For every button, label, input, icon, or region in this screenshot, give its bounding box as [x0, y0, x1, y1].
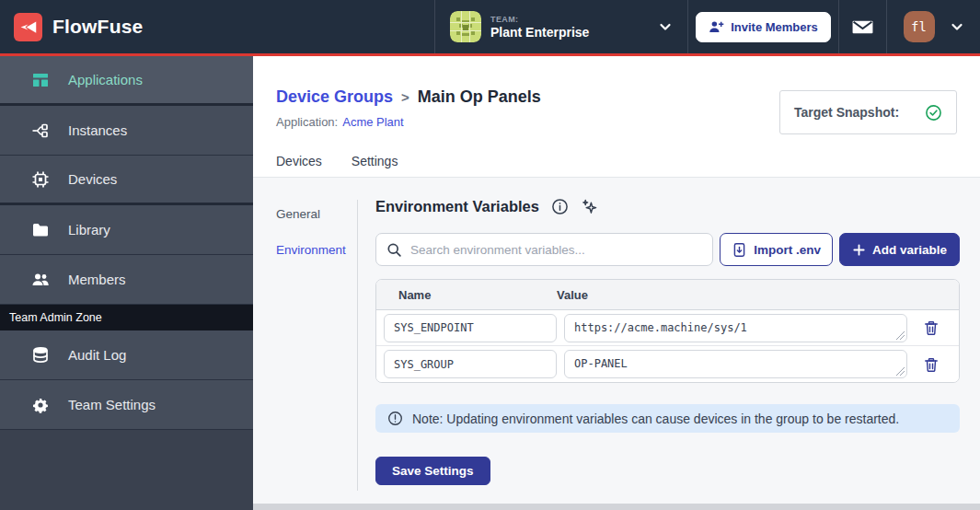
horizontal-scrollbar[interactable] [253, 504, 980, 510]
save-settings-button[interactable]: Save Settings [375, 457, 490, 485]
breadcrumb-separator: > [401, 89, 409, 105]
environment-title: Environment Variables [375, 198, 539, 215]
target-snapshot-box: Target Snapshot: [779, 90, 957, 134]
check-circle-icon [925, 104, 942, 122]
search-box [375, 233, 713, 266]
column-header-name: Name [376, 288, 557, 302]
team-label: TEAM: [490, 15, 589, 24]
subnav-divider [357, 200, 358, 491]
team-admin-zone-header: Team Admin Zone [0, 305, 253, 330]
env-value-textarea[interactable]: https://acme.machine/sys/1 [564, 314, 907, 342]
env-value-wrap: OP-PANEL [564, 350, 907, 378]
settings-subnav: General Environment [276, 207, 346, 257]
breadcrumb-device-groups-link[interactable]: Device Groups [276, 87, 393, 107]
main-area: Device Groups > Main Op Panels Applicati… [253, 56, 980, 510]
members-icon [31, 271, 50, 289]
table-row: https://acme.machine/sys/1 [376, 310, 959, 346]
library-icon [31, 221, 50, 239]
sidebar-item-applications[interactable]: Applications [0, 56, 253, 106]
chevron-down-icon [950, 19, 964, 34]
sidebar: Applications Instances Devices Library M… [0, 56, 253, 510]
chevron-down-icon [658, 19, 673, 34]
delete-variable-button[interactable] [921, 318, 941, 338]
sidebar-item-label: Members [68, 272, 126, 287]
target-snapshot-label: Target Snapshot: [794, 105, 899, 120]
flowfuse-logo-icon [14, 13, 42, 41]
environment-header: Environment Variables [375, 198, 960, 215]
invite-members-label: Invite Members [731, 20, 818, 34]
resize-grip[interactable] [896, 367, 905, 376]
sidebar-item-label: Audit Log [68, 347, 126, 363]
env-value-wrap: https://acme.machine/sys/1 [564, 314, 907, 342]
delete-variable-button[interactable] [921, 354, 941, 375]
sidebar-item-label: Team Settings [68, 397, 156, 412]
environment-controls: Import .env Add variable [375, 233, 960, 266]
application-label: Application: [276, 115, 338, 129]
instances-icon [31, 122, 50, 140]
brand: FlowFuse [0, 0, 434, 53]
env-variables-table: Name Value https://acme.machine/sys/1 [375, 279, 960, 383]
sidebar-item-audit-log[interactable]: Audit Log [0, 330, 253, 380]
sidebar-item-label: Devices [68, 171, 117, 187]
team-text: TEAM: Plant Enterprise [490, 15, 589, 40]
env-value-textarea[interactable]: OP-PANEL [564, 350, 907, 378]
team-name: Plant Enterprise [490, 25, 589, 40]
settings-content: General Environment Environment Variable… [253, 178, 980, 510]
user-avatar: fl [904, 11, 935, 42]
tab-devices[interactable]: Devices [276, 154, 322, 177]
page-title: Main Op Panels [418, 87, 541, 107]
envelope-icon [851, 16, 874, 39]
sidebar-item-devices[interactable]: Devices [0, 156, 253, 205]
sidebar-item-team-settings[interactable]: Team Settings [0, 380, 253, 430]
table-row: OP-PANEL [376, 346, 959, 382]
restart-note-text: Note: Updating environment variables can… [412, 411, 899, 426]
team-selector[interactable]: TEAM: Plant Enterprise [435, 0, 687, 53]
brand-name: FlowFuse [52, 16, 143, 38]
application-link[interactable]: Acme Plant [342, 115, 403, 129]
sidebar-item-library[interactable]: Library [0, 205, 253, 255]
user-plus-icon [709, 19, 724, 35]
notifications-button[interactable] [839, 0, 886, 53]
column-header-value: Value [557, 288, 588, 302]
applications-icon [31, 71, 50, 89]
sidebar-item-instances[interactable]: Instances [0, 106, 253, 156]
import-env-button[interactable]: Import .env [720, 233, 833, 266]
breadcrumb: Device Groups > Main Op Panels [276, 87, 541, 107]
info-icon[interactable] [551, 198, 569, 215]
sidebar-item-label: Library [68, 222, 110, 238]
sidebar-item-members[interactable]: Members [0, 255, 253, 305]
search-icon [386, 242, 402, 258]
top-bar: FlowFuse TEAM: Plant Enterprise Invite M… [0, 0, 980, 53]
add-variable-label: Add variable [872, 243, 947, 257]
import-file-icon [732, 242, 747, 258]
plus-icon [852, 243, 866, 257]
table-header-row: Name Value [376, 280, 959, 310]
env-name-input[interactable] [384, 350, 557, 378]
application-line: Application: Acme Plant [276, 115, 404, 129]
environment-pane: Environment Variables [375, 198, 960, 485]
tab-settings[interactable]: Settings [352, 154, 398, 177]
team-avatar [450, 11, 481, 42]
env-name-input[interactable] [384, 314, 557, 342]
audit-log-icon [31, 346, 50, 365]
page-header: Device Groups > Main Op Panels Applicati… [253, 56, 980, 178]
sparkles-icon[interactable] [581, 198, 598, 215]
user-menu[interactable]: fl [887, 0, 980, 53]
tab-bar: Devices Settings [276, 154, 398, 177]
subnav-item-environment[interactable]: Environment [276, 243, 346, 257]
devices-icon [31, 170, 50, 189]
invite-section: Invite Members [688, 0, 838, 53]
subnav-item-general[interactable]: General [276, 207, 346, 221]
sidebar-item-label: Applications [68, 72, 143, 87]
gear-icon [31, 396, 50, 414]
resize-grip[interactable] [896, 331, 905, 340]
invite-members-button[interactable]: Invite Members [696, 12, 831, 42]
alert-circle-icon [387, 411, 403, 426]
import-env-label: Import .env [754, 243, 821, 257]
add-variable-button[interactable]: Add variable [839, 233, 960, 266]
search-input[interactable] [410, 243, 702, 257]
restart-note-banner: Note: Updating environment variables can… [375, 404, 960, 433]
sidebar-item-label: Instances [68, 122, 127, 138]
